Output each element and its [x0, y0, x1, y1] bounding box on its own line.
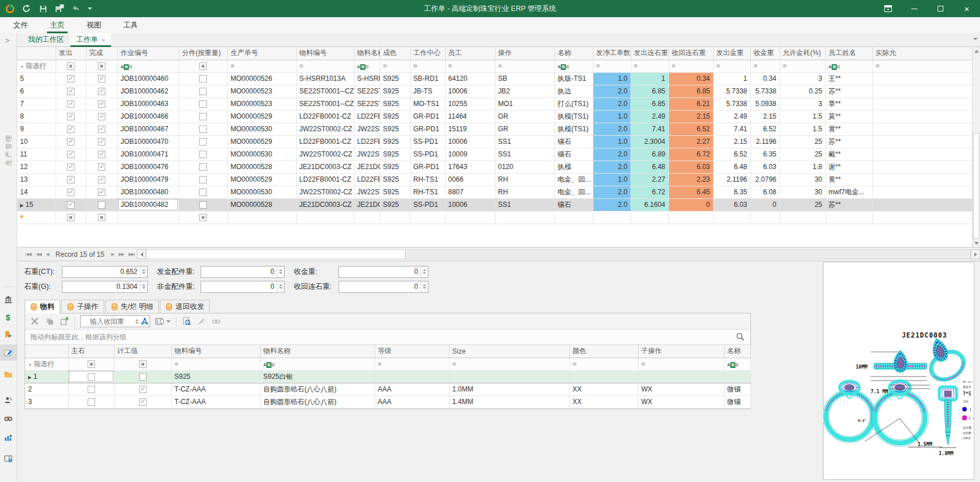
spinner-icon[interactable] [133, 316, 140, 327]
tab-sub-operations[interactable]: 子操作 [61, 300, 104, 314]
undo-icon[interactable] [71, 3, 81, 14]
grid-row-14[interactable]: 14JOB100000480MO00000530JW22ST0002-CZJW2… [17, 186, 972, 198]
cell-emp_name[interactable]: 苏** [825, 85, 872, 97]
new-row-cell-op[interactable] [495, 211, 554, 224]
grid-row-5[interactable]: 5JOB100000460MO00000526S-HSRR1013AS-HSRR… [17, 72, 972, 85]
cell-sent[interactable] [56, 85, 86, 97]
cell-actual[interactable] [872, 148, 972, 160]
spinner-icon[interactable] [277, 267, 284, 277]
cell-purity[interactable]: S925 [380, 123, 410, 135]
cell-sent_gold[interactable]: 6.48 [713, 160, 750, 173]
column-header-recv_gold[interactable]: 收金重 [750, 47, 780, 60]
filter-cell-wc[interactable]: = [410, 60, 445, 72]
new-row-cell-sent_stone[interactable] [631, 211, 668, 224]
cell-op_name[interactable]: 打么(TS1) [554, 97, 593, 110]
cell-recv_gold[interactable]: 5.7338 [750, 85, 780, 97]
row-checkbox-sent[interactable] [67, 138, 74, 146]
cell-job[interactable]: JOB100000470 [117, 135, 179, 148]
cell-emp_name[interactable]: 莫** [825, 110, 872, 123]
delete-row-icon[interactable] [30, 316, 40, 326]
cell-split[interactable] [179, 148, 227, 160]
cell-emp_name[interactable]: 戴** [825, 148, 872, 160]
cell-sent_gold[interactable]: 6.03 [713, 198, 750, 211]
cell-sent_stone[interactable]: 1 [631, 72, 668, 85]
filter-cell-name[interactable]: ABC [724, 358, 750, 370]
cell-mat_no[interactable]: JE21DC0003-CZ [296, 160, 354, 173]
sent-gold-parts-field[interactable]: 0 [200, 266, 285, 278]
cell-recv_stone[interactable]: 6.52 [668, 123, 713, 135]
cell-recv_gold[interactable]: 2.0796 [750, 173, 780, 186]
column-header-mat_no[interactable]: 物料编号 [171, 345, 260, 358]
nav-prev-page-icon[interactable]: ◀◀ [33, 252, 44, 257]
filter-cell-mat_no[interactable]: = [171, 358, 260, 370]
nav-next-page-icon[interactable]: ▶▶ [116, 252, 127, 257]
cell-mat_no[interactable]: S-HSRR1013A [296, 72, 354, 85]
cell-done[interactable] [86, 160, 117, 173]
new-row-checkbox[interactable] [199, 214, 207, 221]
cell-done[interactable] [86, 186, 117, 198]
nav-prev-icon[interactable]: ◀ [44, 252, 51, 257]
cell-done[interactable] [86, 198, 117, 211]
cell-done[interactable] [86, 135, 117, 148]
grid-row-8[interactable]: 8JOB100000466MO00000529LD22FB0001-CZLD22… [17, 110, 972, 123]
row-checkbox-split[interactable] [199, 138, 207, 146]
grid-row-15[interactable]: ▶ 15JOB100000482MO00000528JE21DC0003-CZJ… [17, 198, 972, 211]
cell-actual[interactable] [872, 186, 972, 198]
cell-done[interactable] [86, 97, 117, 110]
spinner-icon[interactable] [277, 281, 284, 292]
cell-mat_no[interactable]: LD22FB0001-CZ [296, 135, 354, 148]
cell-op[interactable]: JB2 [495, 85, 554, 97]
new-row[interactable]: * [17, 211, 972, 224]
customer-icon[interactable] [0, 392, 17, 408]
grid-row-3[interactable]: 3T-CZ-AAA自购圆形锆石(八心八箭)AAA1.4MMXXWX微镶 [25, 395, 750, 408]
cell-emp[interactable]: 64120 [445, 72, 495, 85]
cell-emp[interactable]: 0066 [445, 173, 495, 186]
cell-op_name[interactable]: 执边 [554, 85, 593, 97]
cell-recv_stone[interactable]: 6.85 [668, 85, 713, 97]
row-checkbox-sent[interactable] [67, 113, 74, 120]
cell-op[interactable]: 0120 [495, 160, 554, 173]
row-checkbox-sent[interactable] [67, 163, 74, 171]
row-checkbox-sent[interactable] [67, 100, 74, 108]
cell-loss_pct[interactable]: 1.5 [780, 110, 825, 123]
new-row-cell-emp_name[interactable] [825, 211, 872, 224]
panel-settings-icon[interactable] [0, 450, 17, 467]
cell-main_stone[interactable] [68, 370, 114, 383]
grid-row-1[interactable]: ▶ 1S925S925白银 [25, 370, 750, 383]
cell-actual[interactable] [872, 85, 972, 97]
cell-purity[interactable]: S925 [380, 198, 410, 211]
cell-mat_no[interactable]: JE21DC0003-CZ [296, 198, 354, 211]
cell-loss_pct[interactable]: 25 [780, 148, 825, 160]
cell-recv_stone[interactable]: 2.23 [668, 173, 713, 186]
cell-actual[interactable] [872, 160, 972, 173]
new-row-cell-recv_stone[interactable] [668, 211, 713, 224]
filter-cell-sent_stone[interactable]: = [631, 60, 668, 72]
cell-split[interactable] [179, 186, 227, 198]
row-checkbox-sent[interactable] [67, 151, 74, 158]
cell-mat_no[interactable]: T-CZ-AAA [171, 383, 260, 395]
filter-cell-net_qty[interactable]: = [593, 60, 631, 72]
row-checkbox-split[interactable] [199, 126, 207, 133]
cell-recv_stone[interactable]: 6.45 [668, 186, 713, 198]
row-checkbox-work_value[interactable] [139, 373, 147, 381]
cell-recv_stone[interactable]: 6.03 [668, 160, 713, 173]
new-row-cell-net_qty[interactable] [593, 211, 631, 224]
cell-sent[interactable] [56, 110, 86, 123]
new-row-cell-sent_gold[interactable] [713, 211, 750, 224]
cell-actual[interactable] [872, 198, 972, 211]
row-checkbox-work_value[interactable] [139, 398, 147, 406]
cell-op[interactable]: RH [495, 186, 554, 198]
cell-size[interactable]: 1.4MM [449, 395, 569, 408]
row-checkbox-done[interactable] [98, 113, 105, 120]
cell-job[interactable]: JOB100000462 [117, 85, 179, 97]
cell-mat_name[interactable]: SE22ST... [354, 85, 380, 97]
cell-main_stone[interactable] [68, 395, 114, 408]
filter-cell-num[interactable]: ▼筛选行 [25, 358, 68, 370]
cell-sent_stone[interactable]: 6.85 [631, 85, 668, 97]
cell-loss_pct[interactable]: 3 [780, 72, 825, 85]
cell-mat_name[interactable]: LD22FB... [354, 135, 380, 148]
cell-recv_gold[interactable]: 2.1196 [750, 135, 780, 148]
group-by-panel[interactable]: 拖动列标题至此，根据该列分组 [25, 330, 750, 345]
cell-job[interactable]: JOB100000467 [117, 123, 179, 135]
cell-color[interactable]: XX [569, 383, 638, 395]
